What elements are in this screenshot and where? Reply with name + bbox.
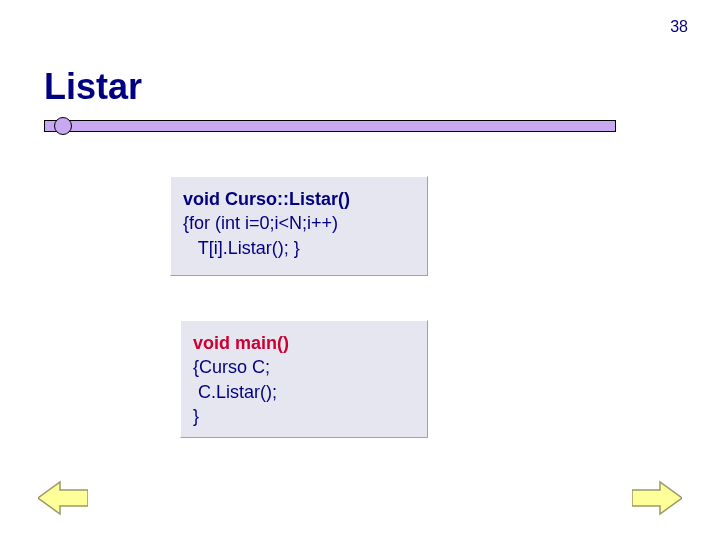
code-line: } [193,404,415,428]
code-line: void main() [193,331,415,355]
code-line: void Curso::Listar() [183,187,415,211]
arrow-left-icon [38,480,88,516]
svg-marker-0 [38,482,88,514]
underline-dot [54,117,72,135]
title-underline [44,118,616,136]
code-line: C.Listar(); [193,380,415,404]
underline-bar [44,120,616,132]
svg-marker-1 [632,482,682,514]
code-line: {Curso C; [193,355,415,379]
page-number: 38 [670,18,688,36]
page-title: Listar [44,66,142,108]
code-line: T[i].Listar(); } [183,236,415,260]
code-line: {for (int i=0;i<N;i++) [183,211,415,235]
code-block-listar: void Curso::Listar() {for (int i=0;i<N;i… [170,176,428,276]
arrow-right-icon [632,480,682,516]
prev-slide-button[interactable] [38,480,88,516]
next-slide-button[interactable] [632,480,682,516]
code-block-main: void main() {Curso C; C.Listar(); } [180,320,428,438]
